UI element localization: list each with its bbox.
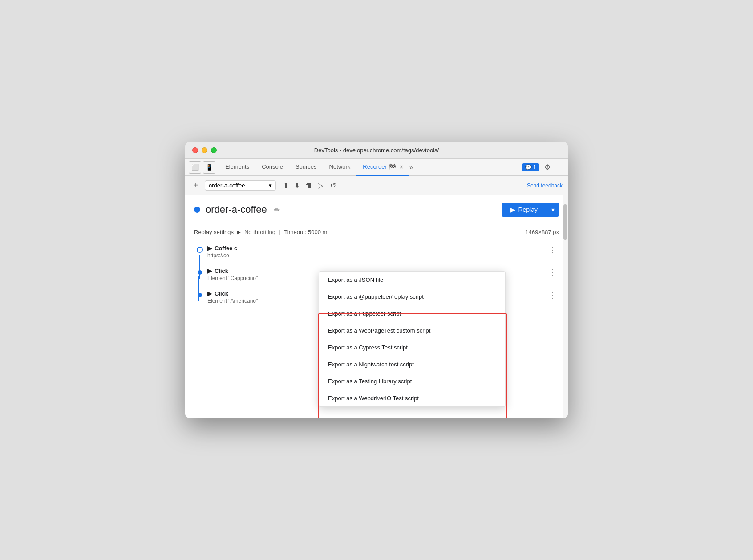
step-timeline bbox=[197, 245, 203, 253]
tab-recorder[interactable]: Recorder 🏁 × bbox=[356, 159, 409, 176]
step-content: ▶ Coffee c https://co bbox=[207, 245, 547, 259]
step-item: ▶ Coffee c https://co ⋮ bbox=[194, 245, 559, 259]
more-tabs-icon[interactable]: » bbox=[409, 164, 413, 171]
viewport-size: 1469×887 px bbox=[525, 229, 559, 235]
send-feedback-link[interactable]: Send feedback bbox=[527, 183, 563, 189]
more-options-icon[interactable]: ⋮ bbox=[554, 161, 564, 174]
step-circle-filled bbox=[198, 293, 202, 297]
maximize-button[interactable] bbox=[211, 147, 217, 153]
delete-icon[interactable]: 🗑 bbox=[305, 182, 312, 190]
step-expand-icon[interactable]: ▶ bbox=[207, 245, 212, 252]
tab-sources[interactable]: Sources bbox=[289, 159, 323, 176]
step-more-icon[interactable]: ⋮ bbox=[547, 245, 559, 255]
step-timeline bbox=[197, 290, 203, 297]
timeout-value: Timeout: 5000 m bbox=[284, 229, 327, 235]
export-testing-library-item[interactable]: Export as a Testing Library script bbox=[319, 373, 505, 390]
export-icon[interactable]: ⬆ bbox=[283, 181, 289, 190]
import-icon[interactable]: ⬇ bbox=[294, 181, 300, 190]
step-expand-icon[interactable]: ▶ bbox=[207, 268, 212, 274]
recorder-toolbar: + order-a-coffee ▾ ⬆ ⬇ 🗑 ▷| ↺ Send feedb… bbox=[185, 176, 568, 195]
export-json-item[interactable]: Export as a JSON file bbox=[319, 272, 505, 288]
replay-button-group: ▶ Replay ▾ bbox=[502, 203, 559, 217]
minimize-button[interactable] bbox=[202, 147, 207, 153]
tab-console[interactable]: Console bbox=[255, 159, 289, 176]
step-title: ▶ Coffee c bbox=[207, 245, 547, 252]
edit-title-icon[interactable]: ✏ bbox=[274, 206, 280, 214]
devtools-tabbar: ⬜ 📱 Elements Console Sources Network Rec… bbox=[185, 159, 568, 176]
devtools-window: DevTools - developer.chrome.com/tags/dev… bbox=[185, 142, 568, 418]
export-webpagetest-item[interactable]: Export as a WebPageTest custom script bbox=[319, 322, 505, 339]
replay-button[interactable]: ▶ Replay bbox=[502, 203, 547, 217]
recorder-main: order-a-coffee ✏ ▶ Replay ▾ Replay setti… bbox=[185, 195, 568, 418]
recording-selector[interactable]: order-a-coffee ▾ bbox=[205, 180, 276, 191]
step-more-icon[interactable]: ⋮ bbox=[547, 290, 559, 300]
replay-settings-row: Replay settings ▶ No throttling | Timeou… bbox=[185, 224, 568, 240]
chevron-down-icon: ▾ bbox=[269, 182, 272, 189]
window-title: DevTools - developer.chrome.com/tags/dev… bbox=[314, 147, 439, 154]
titlebar: DevTools - developer.chrome.com/tags/dev… bbox=[185, 142, 568, 159]
settings-expand-icon[interactable]: ▶ bbox=[237, 230, 241, 235]
traffic-lights bbox=[192, 147, 217, 153]
step-url: https://co bbox=[207, 252, 547, 259]
close-button[interactable] bbox=[192, 147, 198, 153]
scrollbar-thumb[interactable] bbox=[563, 204, 567, 240]
recording-indicator bbox=[194, 207, 200, 213]
replay-dropdown-button[interactable]: ▾ bbox=[547, 203, 559, 217]
step-circle bbox=[197, 247, 203, 253]
export-cypress-item[interactable]: Export as a Cypress Test script bbox=[319, 339, 505, 356]
replay-play-icon: ▶ bbox=[510, 206, 515, 213]
step-expand-icon[interactable]: ▶ bbox=[207, 290, 212, 297]
replay-icon[interactable]: ↺ bbox=[330, 181, 336, 190]
recording-select-label: order-a-coffee bbox=[209, 182, 245, 189]
settings-label: Replay settings bbox=[194, 229, 234, 235]
recorder-close-icon[interactable]: × bbox=[400, 163, 403, 170]
step-icon[interactable]: ▷| bbox=[318, 181, 325, 190]
scrollbar-track bbox=[563, 195, 568, 418]
export-puppeteer-replay-item[interactable]: Export as a @puppeteer/replay script bbox=[319, 288, 505, 305]
tab-network[interactable]: Network bbox=[323, 159, 357, 176]
export-webdriverio-item[interactable]: Export as a WebdriverIO Test script bbox=[319, 390, 505, 406]
export-dropdown-menu: Export as a JSON file Export as a @puppe… bbox=[319, 271, 506, 407]
chat-badge[interactable]: 💬1 bbox=[522, 163, 539, 171]
toolbar-actions: ⬆ ⬇ 🗑 ▷| ↺ bbox=[283, 181, 336, 190]
recording-header: order-a-coffee ✏ ▶ Replay ▾ bbox=[185, 195, 568, 224]
recording-title: order-a-coffee bbox=[206, 204, 267, 215]
step-more-icon[interactable]: ⋮ bbox=[547, 268, 559, 277]
device-icon[interactable]: 📱 bbox=[203, 161, 215, 174]
throttling-value: No throttling bbox=[244, 229, 275, 235]
settings-icon[interactable]: ⚙ bbox=[541, 161, 554, 174]
step-circle-filled bbox=[198, 270, 202, 275]
export-nightwatch-item[interactable]: Export as a Nightwatch test script bbox=[319, 356, 505, 373]
cursor-icon[interactable]: ⬜ bbox=[189, 161, 201, 174]
tab-elements[interactable]: Elements bbox=[219, 159, 255, 176]
add-recording-button[interactable]: + bbox=[190, 180, 201, 191]
step-timeline bbox=[197, 268, 203, 275]
export-puppeteer-item[interactable]: Export as a Puppeteer script bbox=[319, 305, 505, 322]
